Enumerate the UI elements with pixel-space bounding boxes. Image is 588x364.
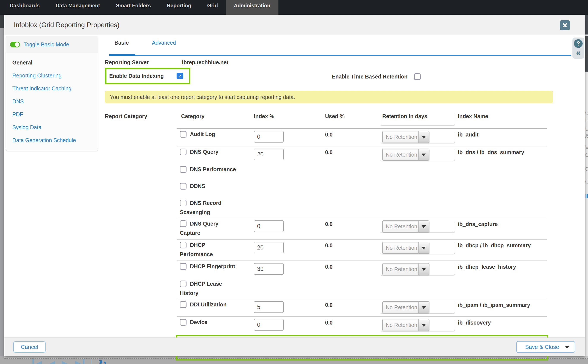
retention-select[interactable]: No Retention xyxy=(382,301,429,313)
retention-select[interactable]: No Retention xyxy=(382,242,429,254)
retention-select[interactable]: No Retention xyxy=(382,319,429,331)
last-page-icon[interactable]: ▶ xyxy=(75,359,84,364)
category-checkbox[interactable] xyxy=(180,149,187,155)
category-checkbox[interactable] xyxy=(180,220,187,227)
category-checkbox[interactable] xyxy=(180,242,187,248)
index-pct-cell xyxy=(253,301,318,313)
retention-selected-value: No Retention xyxy=(382,149,418,161)
sidebar-item-data-generation-schedule[interactable]: Data Generation Schedule xyxy=(12,137,93,143)
toggle-icon[interactable] xyxy=(10,42,20,47)
dropdown-arrow-icon[interactable] xyxy=(418,131,429,143)
main-content: Basic Advanced ? « Reporting Server ibre… xyxy=(99,35,585,338)
table-row: DNS Record Scavenging xyxy=(177,197,547,218)
category-checkbox[interactable] xyxy=(180,319,187,326)
form-content: Reporting Server ibrep.techblue.net Enab… xyxy=(105,52,585,361)
nav-item-label: Administration xyxy=(234,3,270,9)
tab-advanced[interactable]: Advanced xyxy=(152,40,176,52)
close-icon[interactable] xyxy=(560,20,570,30)
retention-selected-value: No Retention xyxy=(382,242,418,254)
enable-time-based-retention-label: Enable Time Based Retention xyxy=(332,73,408,80)
retention-select[interactable]: No Retention xyxy=(382,263,429,275)
help-icon[interactable]: ? xyxy=(574,39,583,48)
cancel-button[interactable]: Cancel xyxy=(13,341,46,353)
prev-page-icon[interactable]: ◀ xyxy=(48,359,55,364)
enable-time-based-retention-checkbox[interactable] xyxy=(414,73,421,80)
index-pct-input[interactable] xyxy=(254,149,284,160)
category-checkbox[interactable] xyxy=(180,280,187,287)
used-pct-value: 0.0 xyxy=(318,242,380,258)
toggle-basic-mode[interactable]: Toggle Basic Mode xyxy=(6,36,98,53)
background-text-fragment: Il xyxy=(585,193,588,200)
nav-item-smart-folders[interactable]: Smart Folders xyxy=(108,0,159,15)
category-label: DHCP Lease xyxy=(190,281,222,287)
category-label: Device xyxy=(190,319,207,325)
background-page-left-strip xyxy=(0,15,4,356)
category-checkbox[interactable] xyxy=(180,263,187,270)
nav-item-grid[interactable]: Grid xyxy=(199,0,226,15)
category-label: DNS Record xyxy=(190,200,221,206)
nav-item-administration[interactable]: Administration xyxy=(226,0,278,15)
first-page-icon[interactable]: ◀ xyxy=(32,359,42,364)
category-checkbox[interactable] xyxy=(180,301,187,308)
sidebar-item-reporting-clustering[interactable]: Reporting Clustering xyxy=(12,72,93,79)
save-dropdown-caret-icon[interactable] xyxy=(565,346,569,351)
dropdown-arrow-icon[interactable] xyxy=(418,242,429,254)
index-name: ib_dhcp_lease_history xyxy=(458,264,516,270)
next-page-icon[interactable]: ▶ xyxy=(62,359,69,364)
index-name-cell: ib_dns / ib_dns_summary xyxy=(454,149,547,161)
dialog-title: Infoblox (Grid Reporting Properties) xyxy=(14,15,119,35)
retention-select[interactable]: No Retention xyxy=(382,220,429,233)
category-checkbox[interactable] xyxy=(180,166,187,173)
tab-basic[interactable]: Basic xyxy=(114,40,129,52)
pager-separator[interactable] xyxy=(91,359,92,364)
enable-data-indexing-checkbox[interactable] xyxy=(177,73,183,79)
collapse-panel-icon[interactable]: « xyxy=(573,48,584,57)
sidebar-item-threat-indicator-caching[interactable]: Threat Indicator Caching xyxy=(12,85,93,92)
category-cell: DHCP Fingerprint xyxy=(177,263,253,275)
dialog-footer: Cancel Save & Close xyxy=(4,338,585,356)
index-name-cell: ib_dns_capture xyxy=(454,220,547,236)
top-nav-bar: Dashboards Data Management Smart Folders… xyxy=(0,0,588,15)
save-and-close-button[interactable]: Save & Close xyxy=(516,341,575,353)
sidebar-item-general[interactable]: General xyxy=(12,59,93,66)
table-row: DNS Query 0.0 No Rete xyxy=(177,146,547,164)
dropdown-arrow-icon[interactable] xyxy=(418,149,429,161)
sidebar-item-dns[interactable]: DNS xyxy=(12,98,93,104)
index-name-cell: ib_dhcp_lease_history xyxy=(454,263,547,275)
index-name-cell: ib_ipam / ib_ipam_summary xyxy=(454,301,547,313)
sidebar-item-syslog-data[interactable]: Syslog Data xyxy=(12,124,93,130)
category-checkbox[interactable] xyxy=(180,200,187,206)
index-pct-input[interactable] xyxy=(254,242,284,253)
retention-select[interactable]: No Retention xyxy=(382,149,429,161)
retention-selected-value: No Retention xyxy=(382,263,418,275)
index-pct-input[interactable] xyxy=(254,263,284,275)
index-name: ib_audit xyxy=(458,131,479,137)
index-pct-input[interactable] xyxy=(254,319,284,331)
used-pct-value: 0.0 xyxy=(318,220,380,236)
nav-item-label: Data Management xyxy=(56,3,100,9)
pagination-bar: ◀ ◀ ▶ ▶ ↻ xyxy=(32,359,107,364)
background-text-fragment: & xyxy=(585,133,588,140)
category-checkbox[interactable] xyxy=(180,183,187,189)
dropdown-arrow-icon[interactable] xyxy=(418,263,429,275)
dropdown-arrow-icon[interactable] xyxy=(418,301,429,313)
nav-item-dashboards[interactable]: Dashboards xyxy=(2,0,48,15)
index-name: ib_discovery xyxy=(458,319,491,326)
dropdown-arrow-icon[interactable] xyxy=(418,220,429,233)
index-pct-input[interactable] xyxy=(254,301,284,313)
index-pct-input[interactable] xyxy=(254,220,284,232)
retention-selected-value: No Retention xyxy=(382,220,418,233)
sidebar-item-pdf[interactable]: PDF xyxy=(12,111,93,117)
index-pct-input[interactable] xyxy=(254,131,284,143)
dropdown-arrow-icon[interactable] xyxy=(418,319,429,331)
nav-item-reporting[interactable]: Reporting xyxy=(159,0,199,15)
category-label-line2: Capture xyxy=(180,230,253,236)
retention-cell: No Retention xyxy=(380,149,454,161)
used-pct-value: 0.0 xyxy=(318,319,380,331)
background-text-fragment: C xyxy=(585,152,588,158)
tab-bar: Basic Advanced xyxy=(114,40,585,52)
nav-item-data-management[interactable]: Data Management xyxy=(48,0,108,15)
retention-select[interactable]: No Retention xyxy=(382,131,429,143)
category-checkbox[interactable] xyxy=(180,131,187,137)
background-text-fragment: A xyxy=(585,52,588,72)
